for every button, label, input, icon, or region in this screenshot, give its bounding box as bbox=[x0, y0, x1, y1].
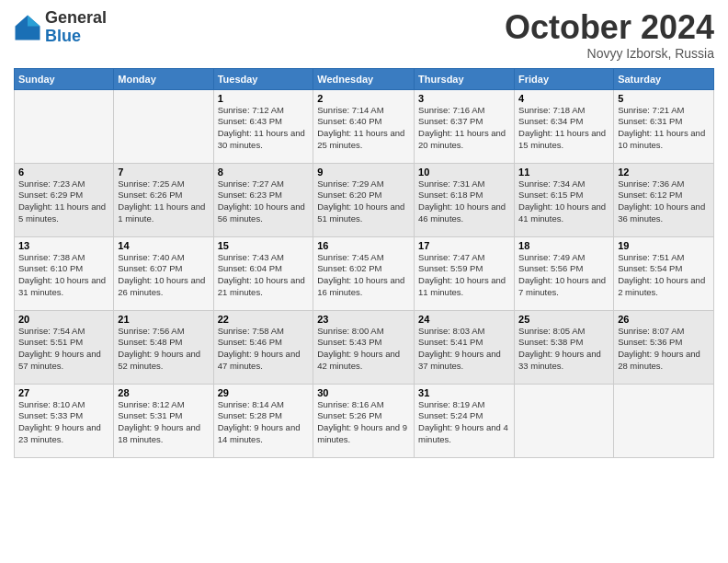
day-number: 18 bbox=[518, 240, 609, 251]
day-number: 10 bbox=[418, 167, 510, 178]
calendar-cell: 15Sunrise: 7:43 AMSunset: 6:04 PMDayligh… bbox=[213, 236, 313, 310]
day-number: 21 bbox=[118, 314, 209, 325]
day-detail: Sunrise: 7:29 AMSunset: 6:20 PMDaylight:… bbox=[317, 178, 410, 225]
day-number: 27 bbox=[18, 387, 109, 398]
day-detail: Sunrise: 8:16 AMSunset: 5:26 PMDaylight:… bbox=[317, 399, 410, 446]
calendar-cell: 12Sunrise: 7:36 AMSunset: 6:12 PMDayligh… bbox=[614, 163, 714, 236]
svg-rect-2 bbox=[19, 28, 36, 39]
calendar-week-row: 6Sunrise: 7:23 AMSunset: 6:29 PMDaylight… bbox=[15, 163, 714, 236]
calendar-week-row: 13Sunrise: 7:38 AMSunset: 6:10 PMDayligh… bbox=[15, 236, 714, 310]
day-detail: Sunrise: 7:54 AMSunset: 5:51 PMDaylight:… bbox=[18, 326, 109, 373]
day-detail: Sunrise: 7:56 AMSunset: 5:48 PMDaylight:… bbox=[118, 326, 209, 373]
calendar-cell: 1Sunrise: 7:12 AMSunset: 6:43 PMDaylight… bbox=[213, 89, 313, 163]
day-detail: Sunrise: 8:03 AMSunset: 5:41 PMDaylight:… bbox=[418, 326, 510, 373]
calendar-week-row: 1Sunrise: 7:12 AMSunset: 6:43 PMDaylight… bbox=[15, 89, 714, 163]
calendar-cell: 22Sunrise: 7:58 AMSunset: 5:46 PMDayligh… bbox=[213, 310, 313, 384]
day-detail: Sunrise: 7:31 AMSunset: 6:18 PMDaylight:… bbox=[418, 178, 510, 225]
day-detail: Sunrise: 7:47 AMSunset: 5:59 PMDaylight:… bbox=[418, 252, 510, 299]
calendar-table: SundayMondayTuesdayWednesdayThursdayFrid… bbox=[14, 68, 714, 458]
day-number: 16 bbox=[317, 240, 410, 251]
weekday-header: Saturday bbox=[614, 68, 714, 89]
svg-marker-1 bbox=[28, 15, 40, 26]
day-number: 7 bbox=[118, 167, 209, 178]
logo: General Blue bbox=[14, 9, 107, 46]
calendar-cell: 31Sunrise: 8:19 AMSunset: 5:24 PMDayligh… bbox=[415, 384, 515, 457]
calendar-cell: 29Sunrise: 8:14 AMSunset: 5:28 PMDayligh… bbox=[213, 384, 313, 457]
calendar-cell: 5Sunrise: 7:21 AMSunset: 6:31 PMDaylight… bbox=[614, 89, 714, 163]
day-number: 22 bbox=[218, 314, 310, 325]
calendar-cell: 27Sunrise: 8:10 AMSunset: 5:33 PMDayligh… bbox=[15, 384, 114, 457]
day-detail: Sunrise: 8:12 AMSunset: 5:31 PMDaylight:… bbox=[118, 399, 209, 446]
calendar-cell: 2Sunrise: 7:14 AMSunset: 6:40 PMDaylight… bbox=[313, 89, 415, 163]
calendar-cell bbox=[614, 384, 714, 457]
day-number: 1 bbox=[218, 93, 310, 104]
calendar-cell: 7Sunrise: 7:25 AMSunset: 6:26 PMDaylight… bbox=[114, 163, 213, 236]
logo-general: General bbox=[45, 9, 107, 28]
weekday-header-row: SundayMondayTuesdayWednesdayThursdayFrid… bbox=[15, 68, 714, 89]
day-detail: Sunrise: 7:27 AMSunset: 6:23 PMDaylight:… bbox=[218, 178, 310, 225]
calendar-cell: 13Sunrise: 7:38 AMSunset: 6:10 PMDayligh… bbox=[15, 236, 114, 310]
day-number: 9 bbox=[317, 167, 410, 178]
day-detail: Sunrise: 7:18 AMSunset: 6:34 PMDaylight:… bbox=[518, 105, 609, 152]
day-number: 3 bbox=[418, 93, 510, 104]
day-detail: Sunrise: 7:23 AMSunset: 6:29 PMDaylight:… bbox=[18, 178, 109, 225]
day-detail: Sunrise: 7:14 AMSunset: 6:40 PMDaylight:… bbox=[317, 105, 410, 152]
day-number: 26 bbox=[618, 314, 710, 325]
calendar-week-row: 20Sunrise: 7:54 AMSunset: 5:51 PMDayligh… bbox=[15, 310, 714, 384]
calendar-cell: 4Sunrise: 7:18 AMSunset: 6:34 PMDaylight… bbox=[515, 89, 614, 163]
calendar-cell: 28Sunrise: 8:12 AMSunset: 5:31 PMDayligh… bbox=[114, 384, 213, 457]
page-header: General Blue October 2024 Novyy Izborsk,… bbox=[14, 9, 714, 61]
day-number: 13 bbox=[18, 240, 109, 251]
day-number: 12 bbox=[618, 167, 710, 178]
calendar-cell bbox=[515, 384, 614, 457]
day-detail: Sunrise: 8:05 AMSunset: 5:38 PMDaylight:… bbox=[518, 326, 609, 373]
day-number: 8 bbox=[218, 167, 310, 178]
calendar-cell: 6Sunrise: 7:23 AMSunset: 6:29 PMDaylight… bbox=[15, 163, 114, 236]
calendar-cell: 14Sunrise: 7:40 AMSunset: 6:07 PMDayligh… bbox=[114, 236, 213, 310]
calendar-cell: 21Sunrise: 7:56 AMSunset: 5:48 PMDayligh… bbox=[114, 310, 213, 384]
calendar-week-row: 27Sunrise: 8:10 AMSunset: 5:33 PMDayligh… bbox=[15, 384, 714, 457]
title-area: October 2024 Novyy Izborsk, Russia bbox=[505, 9, 714, 61]
day-number: 11 bbox=[518, 167, 609, 178]
calendar-cell: 25Sunrise: 8:05 AMSunset: 5:38 PMDayligh… bbox=[515, 310, 614, 384]
day-number: 31 bbox=[418, 387, 510, 398]
day-detail: Sunrise: 7:12 AMSunset: 6:43 PMDaylight:… bbox=[218, 105, 310, 152]
calendar-cell: 3Sunrise: 7:16 AMSunset: 6:37 PMDaylight… bbox=[415, 89, 515, 163]
calendar-cell: 10Sunrise: 7:31 AMSunset: 6:18 PMDayligh… bbox=[415, 163, 515, 236]
day-number: 30 bbox=[317, 387, 410, 398]
day-number: 23 bbox=[317, 314, 410, 325]
calendar-cell: 8Sunrise: 7:27 AMSunset: 6:23 PMDaylight… bbox=[213, 163, 313, 236]
weekday-header: Friday bbox=[515, 68, 614, 89]
calendar-cell: 9Sunrise: 7:29 AMSunset: 6:20 PMDaylight… bbox=[313, 163, 415, 236]
page-container: General Blue October 2024 Novyy Izborsk,… bbox=[0, 0, 728, 463]
day-detail: Sunrise: 7:58 AMSunset: 5:46 PMDaylight:… bbox=[218, 326, 310, 373]
day-detail: Sunrise: 7:43 AMSunset: 6:04 PMDaylight:… bbox=[218, 252, 310, 299]
day-detail: Sunrise: 7:34 AMSunset: 6:15 PMDaylight:… bbox=[518, 178, 609, 225]
day-number: 29 bbox=[218, 387, 310, 398]
calendar-cell: 24Sunrise: 8:03 AMSunset: 5:41 PMDayligh… bbox=[415, 310, 515, 384]
weekday-header: Thursday bbox=[415, 68, 515, 89]
calendar-cell bbox=[114, 89, 213, 163]
logo-blue: Blue bbox=[45, 28, 107, 46]
day-number: 25 bbox=[518, 314, 609, 325]
day-detail: Sunrise: 7:49 AMSunset: 5:56 PMDaylight:… bbox=[518, 252, 609, 299]
location: Novyy Izborsk, Russia bbox=[505, 46, 714, 61]
day-number: 24 bbox=[418, 314, 510, 325]
day-number: 6 bbox=[18, 167, 109, 178]
day-detail: Sunrise: 8:00 AMSunset: 5:43 PMDaylight:… bbox=[317, 326, 410, 373]
calendar-cell: 19Sunrise: 7:51 AMSunset: 5:54 PMDayligh… bbox=[614, 236, 714, 310]
day-number: 15 bbox=[218, 240, 310, 251]
day-detail: Sunrise: 7:38 AMSunset: 6:10 PMDaylight:… bbox=[18, 252, 109, 299]
day-detail: Sunrise: 8:19 AMSunset: 5:24 PMDaylight:… bbox=[418, 399, 510, 446]
day-number: 28 bbox=[118, 387, 209, 398]
weekday-header: Tuesday bbox=[213, 68, 313, 89]
month-title: October 2024 bbox=[505, 9, 714, 46]
day-detail: Sunrise: 7:16 AMSunset: 6:37 PMDaylight:… bbox=[418, 105, 510, 152]
day-detail: Sunrise: 8:14 AMSunset: 5:28 PMDaylight:… bbox=[218, 399, 310, 446]
day-detail: Sunrise: 7:25 AMSunset: 6:26 PMDaylight:… bbox=[118, 178, 209, 225]
day-number: 20 bbox=[18, 314, 109, 325]
day-number: 5 bbox=[618, 93, 710, 104]
calendar-cell: 18Sunrise: 7:49 AMSunset: 5:56 PMDayligh… bbox=[515, 236, 614, 310]
day-number: 4 bbox=[518, 93, 609, 104]
calendar-cell: 23Sunrise: 8:00 AMSunset: 5:43 PMDayligh… bbox=[313, 310, 415, 384]
